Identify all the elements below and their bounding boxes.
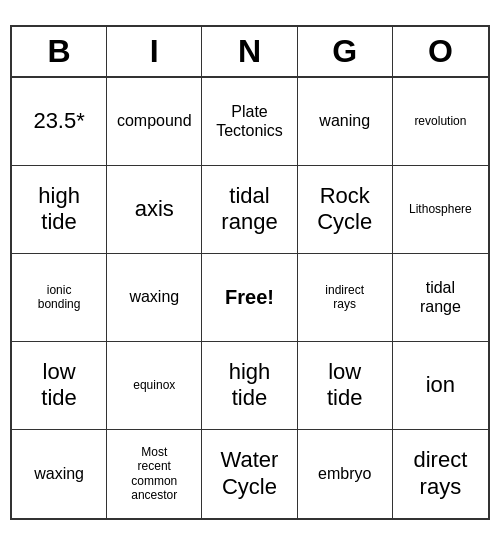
cell-text: indirectrays bbox=[325, 283, 364, 312]
cell-text: RockCycle bbox=[317, 183, 372, 236]
cell-text: lowtide bbox=[41, 359, 76, 412]
cell-text: tidalrange bbox=[221, 183, 277, 236]
cell-text: 23.5* bbox=[33, 108, 84, 134]
cell-text: hightide bbox=[38, 183, 80, 236]
bingo-cell[interactable]: lowtide bbox=[12, 342, 107, 430]
cell-text: Lithosphere bbox=[409, 202, 472, 216]
bingo-cell[interactable]: Free! bbox=[202, 254, 297, 342]
bingo-cell[interactable]: waxing bbox=[107, 254, 202, 342]
cell-text: PlateTectonics bbox=[216, 102, 283, 140]
cell-text: WaterCycle bbox=[221, 447, 279, 500]
cell-text: embryo bbox=[318, 464, 371, 483]
header-letter: G bbox=[298, 27, 393, 76]
bingo-cell[interactable]: ion bbox=[393, 342, 488, 430]
bingo-cell[interactable]: WaterCycle bbox=[202, 430, 297, 518]
header-letter: B bbox=[12, 27, 107, 76]
header-letter: O bbox=[393, 27, 488, 76]
cell-text: waxing bbox=[129, 287, 179, 306]
cell-text: waxing bbox=[34, 464, 84, 483]
bingo-cell[interactable]: compound bbox=[107, 78, 202, 166]
bingo-grid: 23.5*compoundPlateTectonicswaningrevolut… bbox=[12, 78, 488, 518]
bingo-cell[interactable]: RockCycle bbox=[298, 166, 393, 254]
bingo-cell[interactable]: waning bbox=[298, 78, 393, 166]
cell-text: ionicbonding bbox=[38, 283, 81, 312]
cell-text: revolution bbox=[414, 114, 466, 128]
bingo-cell[interactable]: Lithosphere bbox=[393, 166, 488, 254]
bingo-cell[interactable]: hightide bbox=[12, 166, 107, 254]
bingo-cell[interactable]: equinox bbox=[107, 342, 202, 430]
cell-text: Mostrecentcommonancestor bbox=[131, 445, 177, 503]
bingo-cell[interactable]: 23.5* bbox=[12, 78, 107, 166]
cell-text: hightide bbox=[229, 359, 271, 412]
bingo-header: BINGO bbox=[12, 27, 488, 78]
bingo-cell[interactable]: Mostrecentcommonancestor bbox=[107, 430, 202, 518]
bingo-cell[interactable]: PlateTectonics bbox=[202, 78, 297, 166]
bingo-cell[interactable]: waxing bbox=[12, 430, 107, 518]
cell-text: directrays bbox=[413, 447, 467, 500]
header-letter: I bbox=[107, 27, 202, 76]
bingo-cell[interactable]: lowtide bbox=[298, 342, 393, 430]
cell-text: waning bbox=[319, 111, 370, 130]
bingo-cell[interactable]: axis bbox=[107, 166, 202, 254]
bingo-cell[interactable]: indirectrays bbox=[298, 254, 393, 342]
bingo-cell[interactable]: tidalrange bbox=[393, 254, 488, 342]
bingo-cell[interactable]: ionicbonding bbox=[12, 254, 107, 342]
header-letter: N bbox=[202, 27, 297, 76]
bingo-cell[interactable]: hightide bbox=[202, 342, 297, 430]
bingo-board: BINGO 23.5*compoundPlateTectonicswaningr… bbox=[10, 25, 490, 520]
bingo-cell[interactable]: tidalrange bbox=[202, 166, 297, 254]
cell-text: equinox bbox=[133, 378, 175, 392]
cell-text: compound bbox=[117, 111, 192, 130]
bingo-cell[interactable]: directrays bbox=[393, 430, 488, 518]
cell-text: ion bbox=[426, 372, 455, 398]
bingo-cell[interactable]: embryo bbox=[298, 430, 393, 518]
cell-text: tidalrange bbox=[420, 278, 461, 316]
cell-text: axis bbox=[135, 196, 174, 222]
bingo-cell[interactable]: revolution bbox=[393, 78, 488, 166]
cell-text: Free! bbox=[225, 285, 274, 309]
cell-text: lowtide bbox=[327, 359, 362, 412]
